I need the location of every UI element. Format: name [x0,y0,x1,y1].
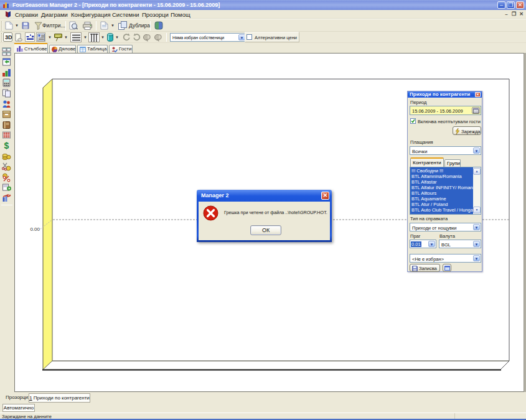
svg-text:$: $ [4,141,9,151]
svg-text:0.00: 0.00 [30,226,40,232]
